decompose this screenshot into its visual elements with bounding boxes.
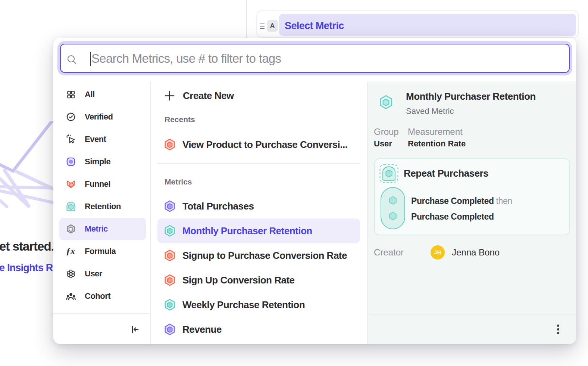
svg-text:ƒx: ƒx <box>66 246 75 256</box>
